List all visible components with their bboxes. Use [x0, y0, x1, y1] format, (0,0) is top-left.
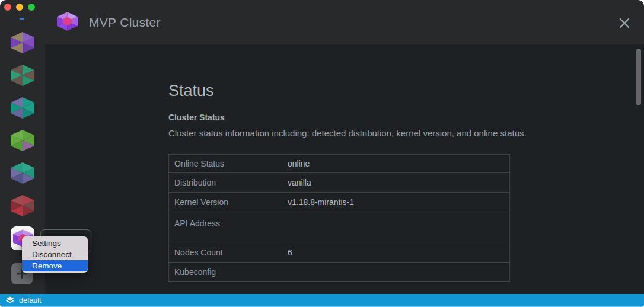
- app-window: MVP Cluster Status Cluster Status Cluste…: [0, 0, 644, 307]
- table-row: API Address: [169, 212, 509, 242]
- row-label: Kubeconfig: [169, 267, 288, 277]
- section-description: Cluster status information including: de…: [168, 128, 644, 138]
- traffic-lights: [4, 4, 35, 11]
- page-title: Status: [168, 82, 644, 100]
- traffic-light-zoom[interactable]: [28, 4, 35, 11]
- cluster-logo-icon: [57, 12, 78, 31]
- window-title: MVP Cluster: [89, 15, 161, 30]
- status-bar-label: default: [19, 296, 42, 305]
- active-indicator: [20, 18, 24, 20]
- row-label: Online Status: [169, 159, 288, 168]
- row-value: vanilla: [288, 178, 311, 187]
- row-label: Nodes Count: [169, 248, 288, 257]
- traffic-light-close[interactable]: [4, 4, 11, 11]
- row-value: online: [288, 159, 310, 168]
- namespace-status-bar[interactable]: default: [0, 294, 644, 307]
- table-row: Kubeconfig: [169, 263, 509, 281]
- menu-item-remove[interactable]: Remove: [22, 260, 88, 271]
- cluster-slot-cluster-4: [0, 124, 45, 156]
- cluster-slot-cluster-1: [0, 26, 45, 59]
- traffic-light-minimize[interactable]: [16, 4, 23, 11]
- scrollbar-thumb[interactable]: [636, 49, 641, 105]
- cluster-slot-cluster-5: [0, 156, 45, 189]
- row-label: Distribution: [169, 178, 288, 187]
- close-icon: [616, 15, 633, 31]
- context-menu: SettingsDisconnectRemove: [22, 236, 88, 273]
- cluster-slot-cluster-3: [0, 91, 45, 124]
- close-button[interactable]: [616, 15, 633, 31]
- menu-item-disconnect[interactable]: Disconnect: [22, 249, 88, 260]
- cluster-icon-cluster-5[interactable]: [11, 162, 34, 184]
- cluster-icon-wrap-cluster-4[interactable]: [11, 130, 34, 151]
- cluster-icon-cluster-1[interactable]: [11, 32, 34, 53]
- row-label: API Address: [169, 212, 288, 228]
- cluster-icon-cluster-2[interactable]: [11, 65, 34, 86]
- row-value: v1.18.8-mirantis-1: [288, 197, 354, 207]
- cluster-icon-cluster-4[interactable]: [11, 130, 34, 151]
- cluster-icon-wrap-cluster-2[interactable]: [11, 65, 34, 86]
- menu-item-settings[interactable]: Settings: [22, 238, 88, 249]
- table-row: Kernel Versionv1.18.8-mirantis-1: [169, 193, 509, 212]
- table-row: Nodes Count6: [169, 242, 509, 263]
- cluster-status-table: Online StatusonlineDistributionvanillaKe…: [168, 154, 510, 282]
- cluster-slot-cluster-6: [0, 189, 45, 222]
- cluster-icon-wrap-cluster-5[interactable]: [11, 162, 34, 184]
- cluster-icon-wrap-cluster-1[interactable]: [11, 32, 34, 53]
- cluster-icon-wrap-cluster-6[interactable]: [11, 195, 34, 216]
- table-row: Online Statusonline: [169, 155, 509, 173]
- section-title: Cluster Status: [168, 113, 644, 122]
- cluster-settings-panel: Status Cluster Status Cluster status inf…: [45, 44, 644, 294]
- cluster-slot-cluster-2: [0, 59, 45, 91]
- row-label: Kernel Version: [169, 197, 288, 207]
- layers-icon: [5, 296, 15, 305]
- cluster-icon-cluster-3[interactable]: [11, 97, 34, 119]
- table-row: Distributionvanilla: [169, 173, 509, 193]
- cluster-icon-cluster-6[interactable]: [11, 195, 34, 216]
- row-value: 6: [288, 248, 292, 257]
- cluster-icon-wrap-cluster-3[interactable]: [11, 97, 34, 119]
- cluster-sidebar: [0, 26, 45, 254]
